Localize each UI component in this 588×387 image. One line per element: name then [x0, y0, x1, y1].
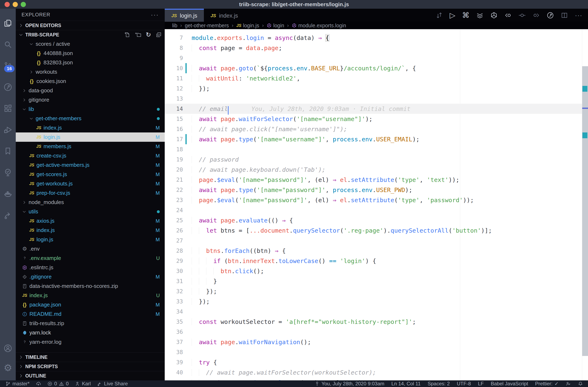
- code-line-27[interactable]: 27: [165, 235, 582, 246]
- breadcrumb-item-login[interactable]: login: [267, 22, 284, 29]
- tree-item-workouts[interactable]: workouts: [16, 67, 165, 77]
- activity-item-files[interactable]: [0, 12, 16, 34]
- code-line-11[interactable]: 11 waitUntil: 'networkidle2',: [165, 73, 582, 83]
- layers-action-icon[interactable]: [476, 12, 483, 19]
- tree-item-get-active-members.js[interactable]: JSget-active-members.jsM: [16, 160, 165, 170]
- tree-item-login.js[interactable]: JSlogin.jsM: [16, 235, 165, 244]
- open-editors-section[interactable]: OPEN EDITORS: [16, 21, 165, 30]
- tree-item-members.js[interactable]: JSmembers.jsM: [16, 142, 165, 151]
- activity-item-bookmark[interactable]: [0, 140, 16, 162]
- code-line-12[interactable]: 12 });: [165, 83, 582, 94]
- tree-item-scores-active[interactable]: scores / active: [16, 39, 165, 49]
- tree-item-data-inactive-members-no-scores.zip[interactable]: data-inactive-members-no-scores.zip: [16, 281, 165, 291]
- status-git-branch[interactable]: master*: [5, 381, 30, 387]
- activity-item-docker[interactable]: [0, 183, 16, 204]
- code-line-7[interactable]: 7module.exports.login = async(data) ⇒ {: [165, 33, 582, 43]
- code-line-10[interactable]: 10 await page.goto(`${process.env.BASE_U…: [165, 63, 582, 73]
- code-line-13[interactable]: 13: [165, 94, 582, 104]
- tree-item-yarn.lock[interactable]: yarn.lock: [16, 328, 165, 337]
- status-language-mode[interactable]: Babel JavaScript: [491, 381, 528, 387]
- status-eol[interactable]: LF: [478, 381, 484, 387]
- code-line-23[interactable]: 23 page.$eval('[name="password"]', (el) …: [165, 195, 582, 205]
- status-indentation[interactable]: Spaces: 2: [428, 381, 450, 387]
- tree-item-get-scores.js[interactable]: JSget-scores.jsM: [16, 170, 165, 179]
- scrollbar-thumb[interactable]: [582, 66, 588, 356]
- code-line-20[interactable]: 20 // await page.keyboard.down('Tab');: [165, 165, 582, 175]
- collapse-all-button[interactable]: [156, 32, 162, 38]
- more-action-icon[interactable]: ···: [575, 12, 582, 19]
- activity-item-extensions[interactable]: [0, 98, 16, 119]
- tree-item-readme.md[interactable]: README.mdM: [16, 310, 165, 319]
- code-line-35[interactable]: 35 const workoutSelector = 'a[href*="wor…: [165, 317, 582, 327]
- tree-item-axios.js[interactable]: JSaxios.jsM: [16, 216, 165, 226]
- code-line-19[interactable]: 19 // password: [165, 155, 582, 165]
- status-user[interactable]: Karl: [75, 381, 91, 387]
- minimize-window-button[interactable]: [13, 2, 18, 7]
- tree-item-index.js[interactable]: JSindex.jsM: [16, 123, 165, 133]
- tree-item-cookies.json[interactable]: {}cookies.json: [16, 77, 165, 86]
- breadcrumb-item-lib[interactable]: lib: [172, 22, 177, 29]
- tree-item-gitignore[interactable]: gitignore: [16, 95, 165, 104]
- tree-item-440888.json[interactable]: {}440888.json: [16, 49, 165, 58]
- status-encoding[interactable]: UTF-8: [457, 381, 471, 387]
- tree-item-index.js[interactable]: JSindex.jsM: [16, 226, 165, 235]
- project-section[interactable]: TRIIB-SCRAPE ↻: [16, 30, 165, 39]
- gitlens-action-icon[interactable]: [546, 12, 554, 19]
- tree-item-utils[interactable]: utils: [16, 207, 165, 216]
- tree-item-triib-results.zip[interactable]: triib-results.zip: [16, 319, 165, 328]
- code-line-33[interactable]: 33 });: [165, 296, 582, 307]
- nav-back-action-icon[interactable]: [504, 12, 512, 19]
- new-folder-button[interactable]: [135, 32, 141, 38]
- activity-item-search[interactable]: [0, 34, 16, 55]
- panel-outline[interactable]: OUTLINE: [16, 371, 165, 380]
- tree-item-prep-for-csv.js[interactable]: JSprep-for-csv.jsM: [16, 188, 165, 198]
- tab-index.js[interactable]: JSindex.js: [204, 9, 245, 22]
- tree-item-login.js[interactable]: JSlogin.jsM: [16, 133, 165, 142]
- status-formatter[interactable]: Prettier:✓: [535, 381, 559, 387]
- cmd-action-icon[interactable]: ⌘: [462, 12, 469, 19]
- code-line-8[interactable]: 8 const page = data.page;: [165, 43, 582, 53]
- code-line-32[interactable]: 32 });: [165, 286, 582, 296]
- refresh-button[interactable]: ↻: [146, 32, 151, 38]
- code-line-21[interactable]: 21 page.$eval('[name="password"]', (el) …: [165, 175, 582, 185]
- activity-item-scm[interactable]: 16: [0, 55, 16, 76]
- status-publish[interactable]: [36, 381, 41, 386]
- activity-item-account[interactable]: [0, 339, 16, 358]
- close-window-button[interactable]: [4, 2, 10, 7]
- activity-item-share[interactable]: [0, 204, 16, 226]
- panel-timeline[interactable]: TIMELINE: [16, 352, 165, 362]
- activity-item-gear[interactable]: ⚙: [0, 358, 16, 377]
- activity-item-gitlens[interactable]: [0, 76, 16, 98]
- breadcrumb-item-get-other-members[interactable]: get-other-members: [185, 22, 229, 29]
- tree-item-.eslintrc.js[interactable]: .eslintrc.js: [16, 263, 165, 272]
- tree-item-.gitignore[interactable]: .gitignoreM: [16, 272, 165, 281]
- scrollbar[interactable]: [582, 29, 588, 380]
- code-editor[interactable]: 7module.exports.login = async(data) ⇒ {8…: [165, 29, 588, 380]
- status-notifications[interactable]: [578, 381, 583, 386]
- tree-item-create-csv.js[interactable]: JScreate-csv.jsM: [16, 151, 165, 160]
- code-line-39[interactable]: 39 try {: [165, 357, 582, 367]
- panel-npm-scripts[interactable]: NPM SCRIPTS: [16, 362, 165, 371]
- tree-item-yarn-error.log[interactable]: ?yarn-error.log: [16, 337, 165, 347]
- tree-item-.env[interactable]: ⚙.env: [16, 244, 165, 253]
- code-line-14[interactable]: 14 // emailYou, July 28th, 2020 9:03am ·…: [165, 104, 582, 114]
- node-action-icon[interactable]: [518, 12, 526, 19]
- code-line-28[interactable]: 28 btns.forEach((btn) ⇒ {: [165, 246, 582, 256]
- code-line-25[interactable]: 25 await page.evaluate(() ⇒ {: [165, 215, 582, 225]
- tree-item-package.json[interactable]: {}package.jsonM: [16, 300, 165, 310]
- code-line-22[interactable]: 22 await page.type('[name="password"]', …: [165, 185, 582, 195]
- status-feedback[interactable]: [566, 381, 571, 386]
- tree-item-index.js[interactable]: JSindex.jsU: [16, 291, 165, 300]
- zoom-window-button[interactable]: [21, 2, 26, 7]
- code-line-36[interactable]: 36: [165, 327, 582, 337]
- tree-item-node-modules[interactable]: node_modules: [16, 198, 165, 207]
- run-action-icon[interactable]: ▷: [450, 12, 455, 19]
- nav-fwd-action-icon[interactable]: [532, 12, 540, 19]
- tree-item-get-workouts.js[interactable]: JSget-workouts.jsM: [16, 179, 165, 188]
- split-action-icon[interactable]: [561, 12, 568, 19]
- code-line-24[interactable]: 24: [165, 205, 582, 215]
- code-line-29[interactable]: 29 if (btn.innerText.toLowerCase() == 'l…: [165, 256, 582, 266]
- code-line-37[interactable]: 37 await page.waitForNavigation();: [165, 337, 582, 347]
- status-blame[interactable]: You, July 28th, 2020 9:03am: [315, 381, 384, 387]
- cube-action-icon[interactable]: [490, 12, 498, 19]
